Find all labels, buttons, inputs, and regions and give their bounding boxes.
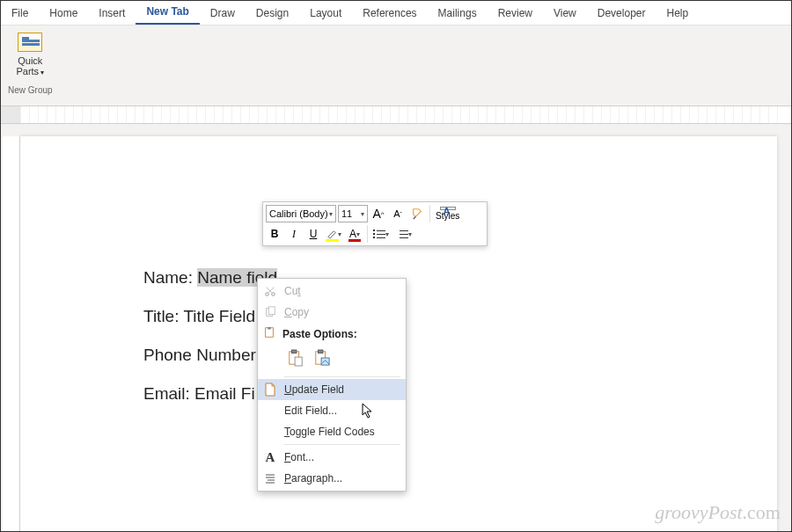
italic-button[interactable]: I [285,225,303,243]
name-label: Name: [143,268,197,287]
chevron-down-icon: ▾ [361,210,364,218]
ctx-cut: Cut [258,281,406,302]
ribbon-body: Quick Parts▾ New Group [1,26,791,106]
ctx-toggle-field-codes[interactable]: Toggle Field Codes [258,421,406,442]
ribbon-group-label: New Group [8,85,53,95]
font-name-select[interactable]: Calibri (Body)▾ [266,205,336,222]
svg-rect-7 [292,350,297,353]
doc-line-name[interactable]: Name: Name field [143,268,777,288]
tab-view[interactable]: View [543,2,587,25]
quick-parts-icon [18,33,42,52]
tab-new-tab[interactable]: New Tab [136,0,199,25]
ctx-paragraph[interactable]: Paragraph... [258,468,406,489]
ctx-edit-field-label: Edit Field... [284,404,337,417]
ctx-paste-heading: Paste Options: [258,323,406,345]
svg-rect-11 [321,358,329,365]
highlight-icon [326,229,338,240]
ctx-toggle-label: Toggle Field Codes [284,426,375,438]
bullets-icon [373,229,385,239]
paste-picture-button[interactable] [311,346,334,369]
copy-icon [263,305,277,319]
ribbon-tabs: File Home Insert New Tab Draw Design Lay… [1,1,791,26]
chevron-down-icon: ▾ [40,69,44,77]
svg-rect-3 [268,307,275,315]
grow-font-button[interactable]: A^ [370,205,387,222]
doc-line-phone[interactable]: Phone Number [143,346,777,365]
numbering-button[interactable]: ▾ [393,225,414,243]
quick-parts-label-2: Parts▾ [16,66,44,78]
font-color-button[interactable]: A▾ [346,225,363,243]
styles-button[interactable]: Styles [429,205,463,222]
styles-icon [440,207,456,210]
blank-icon [263,425,277,439]
horizontal-ruler[interactable] [1,106,791,124]
ctx-edit-field[interactable]: Edit Field... [258,400,406,421]
highlight-color-button[interactable]: ▾ [324,225,344,243]
tab-file[interactable]: File [1,2,39,25]
paragraph-icon [263,471,277,485]
bold-button[interactable]: B [266,225,283,243]
tab-draw[interactable]: Draw [200,2,246,25]
watermark: groovyPost.com [655,501,781,524]
scissors-icon [263,284,277,298]
tab-mailings[interactable]: Mailings [428,2,488,25]
context-menu: Cut Copy Paste Options: Update Field Edi… [257,278,407,492]
tab-review[interactable]: Review [488,2,543,25]
ctx-paste-options [258,345,406,375]
tab-references[interactable]: References [352,2,427,25]
quick-parts-label-1: Quick [18,55,42,66]
tab-home[interactable]: Home [39,2,88,25]
bullets-button[interactable]: ▾ [367,225,392,243]
svg-rect-8 [295,357,302,366]
ctx-cut-label: Cut [284,285,301,297]
chevron-down-icon: ▾ [329,210,333,218]
shrink-font-button[interactable]: Aˇ [389,205,407,222]
separator [284,376,400,377]
blank-icon [263,404,277,418]
ctx-font[interactable]: A Font... [258,447,406,468]
font-size-select[interactable]: 11▾ [338,205,368,222]
doc-line-title[interactable]: Title: Title Field [143,307,777,326]
tab-insert[interactable]: Insert [88,2,136,25]
underline-button[interactable]: U [304,225,322,243]
quick-parts-button[interactable]: Quick Parts▾ [8,29,53,82]
svg-rect-10 [319,350,323,353]
ctx-copy-label: Copy [284,306,309,318]
paste-keep-source-button[interactable] [284,346,307,369]
tab-layout[interactable]: Layout [299,2,352,25]
tab-help[interactable]: Help [656,2,699,25]
separator [284,444,400,445]
ctx-paragraph-label: Paragraph... [284,472,342,485]
ctx-font-label: Font... [284,451,314,463]
ctx-copy: Copy [258,302,406,323]
format-painter-icon [411,208,423,220]
font-icon: A [263,450,277,464]
mini-toolbar: Calibri (Body)▾ 11▾ A^ Aˇ Styles B I U ▾… [262,201,488,246]
paste-icon [263,326,275,341]
ctx-update-field[interactable]: Update Field [258,379,406,400]
doc-line-email[interactable]: Email: Email Fi [143,384,777,404]
numbering-icon [396,229,408,239]
page-icon [263,383,277,397]
tab-design[interactable]: Design [246,2,299,25]
svg-rect-5 [268,327,271,330]
format-painter-button[interactable] [408,205,426,222]
ctx-update-field-label: Update Field [284,383,344,396]
vertical-ruler[interactable] [3,136,20,532]
tab-developer[interactable]: Developer [587,2,656,25]
ribbon-group-new-group: Quick Parts▾ New Group [1,26,60,106]
